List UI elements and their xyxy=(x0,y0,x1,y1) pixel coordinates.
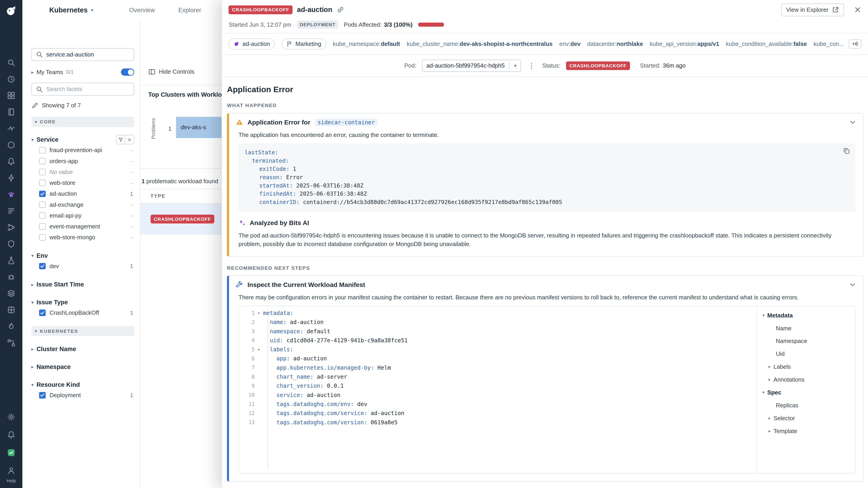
collapse-chevron-icon[interactable] xyxy=(849,119,856,126)
facet-item-ad-auction[interactable]: ad-auction1 xyxy=(31,188,134,199)
tag-kube-condition-available[interactable]: kube_condition_available:false xyxy=(726,40,807,47)
facet-item-crashloopbackoff[interactable]: CrashLoopBackOff1 xyxy=(31,307,134,318)
nav-help-icon[interactable] xyxy=(3,463,19,478)
facet-search-box[interactable] xyxy=(31,83,134,96)
tag-kube-cluster-name[interactable]: kube_cluster_name:dev-aks-shopist-a-nort… xyxy=(407,40,553,47)
nav-search-icon[interactable] xyxy=(3,55,19,70)
tag-kube-namespace[interactable]: kube_namespace:default xyxy=(333,40,400,47)
outline-name[interactable]: Name xyxy=(763,322,855,335)
facet-clear-button[interactable] xyxy=(125,135,134,144)
nav-notifications-icon[interactable] xyxy=(3,427,19,443)
facet-group-header-service[interactable]: ▾Service xyxy=(31,135,134,145)
application-error-card-header[interactable]: Application Error for sidecar-container xyxy=(229,113,863,131)
tab-explorer[interactable]: Explorer xyxy=(178,6,201,14)
checkbox[interactable] xyxy=(39,158,45,164)
outline-spec[interactable]: ▾Spec xyxy=(763,386,855,399)
outline-uid[interactable]: Uid xyxy=(763,348,855,360)
nav-synthetics-icon[interactable] xyxy=(3,253,19,268)
tag-kube-con[interactable]: kube_con... xyxy=(813,40,844,47)
nav-security-icon[interactable] xyxy=(3,236,19,252)
facet-item-web-store[interactable]: web-store- xyxy=(31,177,134,188)
facet-item-deployment[interactable]: Deployment1 xyxy=(31,390,134,400)
tab-overview[interactable]: Overview xyxy=(129,6,155,14)
nav-profiling-icon[interactable] xyxy=(3,319,19,334)
checkbox[interactable] xyxy=(39,223,45,230)
nav-error-tracking-icon[interactable] xyxy=(3,269,19,285)
hide-controls-button[interactable]: Hide Controls xyxy=(148,68,194,75)
tag-env[interactable]: env:dev xyxy=(559,40,581,47)
my-teams-toggle[interactable] xyxy=(121,68,134,76)
checkbox[interactable] xyxy=(39,213,45,219)
checkbox[interactable] xyxy=(39,191,45,197)
facet-item-ad-exchange[interactable]: ad-exchange- xyxy=(31,199,134,210)
nav-integrations-icon[interactable] xyxy=(3,302,19,318)
panel-scroll-area[interactable]: Application Error WHAT HAPPENED Applicat… xyxy=(222,77,868,488)
checkbox[interactable] xyxy=(39,201,45,208)
edit-facets-icon[interactable] xyxy=(31,102,39,109)
nav-settings-icon[interactable] xyxy=(3,409,19,424)
outline-replicas[interactable]: Replicas xyxy=(763,399,855,412)
checkbox[interactable] xyxy=(39,180,45,186)
nav-watchdog-icon[interactable] xyxy=(3,121,19,136)
nav-history-icon[interactable] xyxy=(3,71,19,87)
facet-group-header-namespace[interactable]: ▸Namespace xyxy=(31,362,134,372)
facet-item-dev[interactable]: dev1 xyxy=(31,261,134,271)
tag-pill-ad-auction[interactable]: ad-auction xyxy=(228,38,275,50)
pod-select[interactable]: ad-auction-5bf997954c-hdph5 ▾ xyxy=(422,60,521,72)
close-icon[interactable] xyxy=(854,6,861,13)
nav-notebooks-icon[interactable] xyxy=(3,104,19,120)
facet-section-core[interactable]: ▾CORE xyxy=(31,117,134,127)
more-tags-chip[interactable]: +6 xyxy=(849,39,862,48)
copy-icon[interactable] xyxy=(843,147,850,155)
facet-filter-button[interactable] xyxy=(116,135,125,144)
checkbox[interactable] xyxy=(39,263,45,269)
outline-selector[interactable]: ▸Selector xyxy=(763,412,855,425)
checkbox[interactable] xyxy=(39,392,45,398)
outline-annotations[interactable]: ▸Annotations xyxy=(763,373,855,386)
container-chip[interactable]: sidecar-container xyxy=(315,119,378,126)
my-teams-row[interactable]: ▸ My Teams 0/1 xyxy=(31,66,134,77)
facet-group-header-resource-kind[interactable]: ▾Resource Kind xyxy=(31,380,134,390)
search-query-box[interactable] xyxy=(31,48,134,61)
facet-item-orders-app[interactable]: orders-app- xyxy=(31,156,134,166)
collapse-chevron-icon[interactable] xyxy=(849,281,856,288)
facet-item-no-value[interactable]: No value- xyxy=(31,166,134,177)
facet-section-kubernetes[interactable]: ▾KUBERNETES xyxy=(31,326,134,336)
facet-search-input[interactable] xyxy=(46,86,130,93)
facet-group-header-env[interactable]: ▾Env xyxy=(31,251,134,261)
tag-datacenter[interactable]: datacenter:northlake xyxy=(587,40,643,47)
fold-toggle-icon[interactable]: ▾ xyxy=(254,311,263,315)
outline-namespace[interactable]: Namespace xyxy=(763,335,855,348)
nav-apps-icon[interactable] xyxy=(3,445,19,460)
permalink-icon[interactable] xyxy=(337,6,344,13)
pod-actions-menu[interactable]: ⋮ xyxy=(526,62,537,70)
app-title-dropdown[interactable]: Kubernetes ▾ xyxy=(49,6,93,14)
nav-logs-icon[interactable] xyxy=(3,203,19,219)
nav-workflows-icon[interactable] xyxy=(3,335,19,351)
facet-item-fraud-prevention-api[interactable]: fraud-prevention-api- xyxy=(31,145,134,156)
view-in-explorer-button[interactable]: View in Explorer xyxy=(781,3,844,16)
nav-apm-icon[interactable] xyxy=(3,170,19,186)
facet-item-event-management[interactable]: event-management- xyxy=(31,221,134,232)
checkbox[interactable] xyxy=(39,169,45,175)
nav-infrastructure-icon[interactable] xyxy=(3,137,19,153)
checkbox[interactable] xyxy=(39,234,45,240)
tag-kube-api-version[interactable]: kube_api_version:apps/v1 xyxy=(650,40,719,47)
nav-service-catalog-icon[interactable] xyxy=(3,286,19,301)
fold-toggle-icon[interactable]: ▾ xyxy=(254,347,263,352)
search-input[interactable] xyxy=(46,51,130,58)
datadog-logo[interactable] xyxy=(4,4,18,18)
facet-item-web-store-mongo[interactable]: web-store-mongo- xyxy=(31,232,134,243)
facet-group-header-issue-start-time[interactable]: ▸Issue Start Time xyxy=(31,280,134,290)
facet-item-email-api-py[interactable]: email-api-py- xyxy=(31,210,134,221)
facet-group-header-cluster-name[interactable]: ▸Cluster Name xyxy=(31,344,134,354)
nav-monitors-icon[interactable] xyxy=(3,154,19,169)
manifest-code-pane[interactable]: 1▾metadata:2name: ad-auction3namespace: … xyxy=(239,306,756,473)
nav-bits-ai-icon[interactable] xyxy=(3,187,19,202)
outline-template[interactable]: ▸Template xyxy=(763,425,855,437)
facet-group-header-issue-type[interactable]: ▾Issue Type xyxy=(31,297,134,307)
outline-metadata[interactable]: ▾Metadata xyxy=(763,309,855,322)
inspect-manifest-card-header[interactable]: Inspect the Current Workload Manifest xyxy=(229,276,863,293)
checkbox[interactable] xyxy=(39,147,45,153)
checkbox[interactable] xyxy=(39,310,45,316)
